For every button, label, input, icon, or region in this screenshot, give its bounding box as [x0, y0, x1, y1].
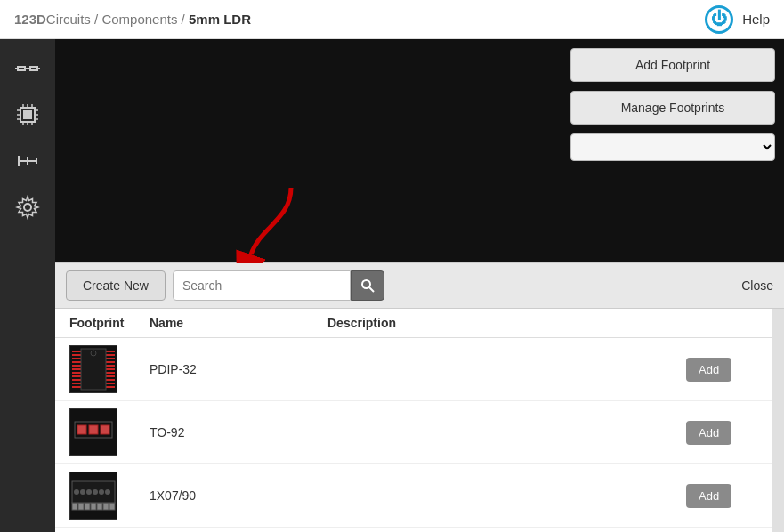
search-icon [360, 278, 375, 293]
components-crumb: Components [101, 12, 177, 27]
main-layout: Add Footprint Manage Footprints [0, 39, 784, 532]
svg-rect-47 [106, 375, 115, 377]
row-name-pdip32: PDIP-32 [150, 362, 327, 376]
svg-rect-43 [106, 361, 115, 363]
add-to92-button[interactable]: Add [686, 421, 731, 445]
svg-rect-61 [85, 503, 90, 510]
svg-rect-6 [23, 110, 32, 119]
svg-rect-62 [91, 503, 96, 510]
sidebar [0, 39, 55, 532]
svg-rect-31 [72, 358, 81, 359]
svg-point-26 [362, 280, 370, 288]
svg-rect-65 [109, 503, 115, 510]
svg-point-24 [24, 204, 31, 211]
footprint-thumb-to92 [69, 408, 150, 456]
svg-rect-36 [72, 375, 81, 377]
svg-rect-39 [72, 386, 81, 388]
sep2: / [177, 12, 189, 27]
svg-point-72 [105, 489, 110, 495]
footprint-dropdown[interactable] [570, 133, 775, 161]
svg-point-70 [93, 489, 98, 495]
help-link[interactable]: Help [742, 12, 770, 27]
svg-rect-30 [72, 354, 81, 356]
row-name-1x0790: 1X07/90 [150, 488, 327, 503]
manage-footprints-button[interactable]: Manage Footprints [570, 91, 775, 125]
svg-rect-33 [72, 365, 81, 367]
svg-rect-37 [72, 379, 81, 381]
scrollbar[interactable] [772, 309, 784, 532]
to92-image [69, 408, 117, 456]
table-row: TO-92 Add [55, 401, 772, 464]
add-1x0790-button[interactable]: Add [686, 484, 731, 508]
sidebar-item-pin[interactable] [7, 141, 48, 181]
svg-rect-29 [72, 351, 81, 352]
search-button[interactable] [351, 270, 384, 301]
create-new-button[interactable]: Create New [66, 270, 166, 301]
app-name-suffix: Circuits [46, 12, 91, 27]
app-name-bold: 123D [14, 12, 46, 27]
svg-rect-35 [72, 372, 81, 374]
add-pdip32-button[interactable]: Add [686, 358, 731, 382]
table-row: 1X07/90 Add [55, 464, 772, 528]
footprint-thumb-pdip32 [69, 345, 150, 393]
svg-point-67 [74, 489, 79, 495]
col-footprint: Footprint [69, 316, 150, 330]
svg-rect-34 [72, 368, 81, 370]
svg-rect-44 [106, 365, 115, 367]
svg-point-71 [99, 489, 104, 495]
table-container: Footprint Name Description [55, 309, 784, 532]
footprint-thumb-1x0790 [69, 472, 150, 520]
svg-rect-50 [106, 386, 115, 388]
header-right: ⏻ Help [705, 5, 770, 34]
svg-line-27 [369, 287, 374, 292]
svg-rect-42 [106, 358, 115, 359]
table-row: PDIP-32 Add [55, 338, 772, 401]
pdip32-image [69, 345, 117, 393]
sidebar-item-chip[interactable] [7, 94, 48, 135]
svg-rect-46 [106, 372, 115, 374]
svg-point-69 [86, 489, 92, 495]
col-description: Description [327, 316, 686, 330]
1x0790-image [69, 472, 117, 520]
breadcrumb: 123DCircuits / Components / 5mm LDR [14, 12, 251, 27]
search-group [173, 270, 384, 301]
svg-rect-49 [106, 383, 115, 384]
sidebar-item-component[interactable] [7, 48, 48, 89]
svg-rect-1 [30, 67, 37, 70]
table-area: Footprint Name Description [55, 309, 772, 532]
svg-rect-0 [18, 67, 25, 70]
content-area: Add Footprint Manage Footprints [55, 39, 784, 532]
svg-rect-38 [72, 383, 81, 384]
header: 123DCircuits / Components / 5mm LDR ⏻ He… [0, 0, 784, 39]
power-icon[interactable]: ⏻ [705, 5, 733, 34]
col-name: Name [150, 316, 327, 330]
row-action-pdip32: Add [686, 358, 757, 382]
svg-rect-45 [106, 368, 115, 370]
svg-point-68 [80, 489, 85, 495]
svg-rect-40 [106, 351, 115, 352]
svg-rect-63 [97, 503, 102, 510]
svg-rect-56 [101, 425, 109, 434]
svg-rect-60 [78, 503, 84, 510]
svg-rect-32 [72, 361, 81, 363]
svg-rect-54 [77, 425, 86, 434]
sidebar-item-settings[interactable] [7, 187, 48, 228]
row-name-to92: TO-92 [150, 425, 327, 439]
table-header: Footprint Name Description [55, 309, 772, 338]
col-action [686, 316, 757, 330]
app-name: 123DCircuits [14, 12, 94, 27]
row-action-to92: Add [686, 421, 757, 445]
search-input[interactable] [173, 270, 351, 301]
svg-rect-41 [106, 354, 115, 356]
add-footprint-button[interactable]: Add Footprint [570, 48, 775, 82]
svg-rect-48 [106, 379, 115, 381]
svg-rect-55 [89, 425, 98, 434]
row-action-1x0790: Add [686, 484, 757, 508]
toolbar-bar: Create New Close [55, 262, 784, 309]
svg-rect-64 [103, 503, 109, 510]
close-button[interactable]: Close [741, 278, 773, 293]
svg-rect-59 [72, 503, 77, 510]
svg-rect-51 [81, 349, 106, 390]
canvas: Add Footprint Manage Footprints [55, 39, 784, 262]
current-crumb: 5mm LDR [189, 12, 251, 27]
